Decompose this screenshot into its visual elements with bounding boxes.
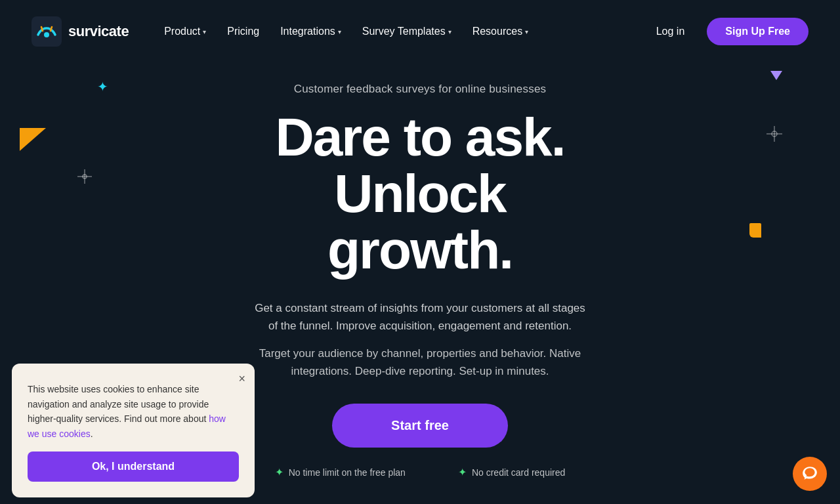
nav-item-survey-templates[interactable]: Survey Templates ▾ <box>353 19 461 44</box>
nav-item-integrations[interactable]: Integrations ▾ <box>271 19 350 44</box>
svg-rect-0 <box>32 16 62 47</box>
nav-item-pricing[interactable]: Pricing <box>218 19 268 44</box>
hero-subtitle: Customer feedback surveys for online bus… <box>294 83 547 96</box>
navigation: survicate Product ▾ Pricing Integrations… <box>0 0 840 63</box>
nav-right: Log in Sign Up Free <box>647 18 808 45</box>
hero-features: Target your audience by channel, propert… <box>236 345 604 380</box>
logo-text: survicate <box>68 23 129 40</box>
chevron-down-icon: ▾ <box>203 28 206 35</box>
chevron-down-icon: ▾ <box>338 28 341 35</box>
signup-button[interactable]: Sign Up Free <box>707 18 808 45</box>
nav-item-product[interactable]: Product ▾ <box>155 19 215 44</box>
nav-item-resources[interactable]: Resources ▾ <box>463 19 537 44</box>
checkmark-icon: ✦ <box>458 466 467 478</box>
chat-widget-button[interactable] <box>793 457 827 491</box>
logo[interactable]: survicate <box>32 16 129 47</box>
chevron-down-icon: ▾ <box>448 28 452 35</box>
chevron-down-icon: ▾ <box>525 28 528 35</box>
checkmark-icon: ✦ <box>275 466 284 478</box>
badge-no-credit-card: ✦ No credit card required <box>458 466 565 478</box>
cookie-close-button[interactable]: × <box>238 373 245 385</box>
cookie-accept-button[interactable]: Ok, I understand <box>28 452 239 482</box>
cookie-popup: × This website uses cookies to enhance s… <box>12 364 255 497</box>
nav-links: Product ▾ Pricing Integrations ▾ Survey … <box>155 19 647 44</box>
badge-no-time-limit: ✦ No time limit on the free plan <box>275 466 406 478</box>
hero-title: Dare to ask. Unlock growth. <box>190 109 650 278</box>
hero-description: Get a constant stream of insights from y… <box>249 299 591 335</box>
login-button[interactable]: Log in <box>647 19 694 44</box>
hero-badges: ✦ No time limit on the free plan ✦ No cr… <box>275 466 566 478</box>
cookie-text: This website uses cookies to enhance sit… <box>28 382 239 441</box>
svg-point-1 <box>44 32 49 37</box>
start-free-button[interactable]: Start free <box>332 404 508 448</box>
chat-icon <box>801 465 818 482</box>
